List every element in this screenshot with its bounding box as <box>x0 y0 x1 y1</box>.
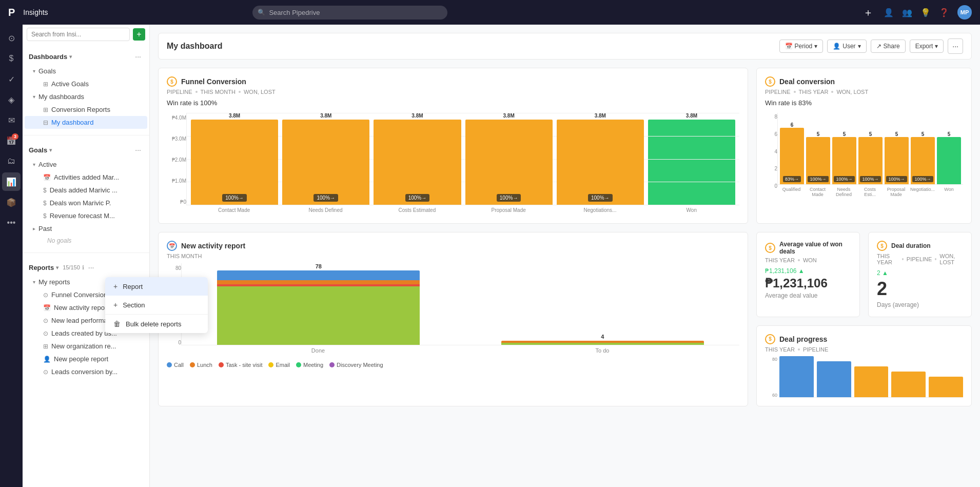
sidebar-conversion-reports[interactable]: ⊞ Conversion Reports <box>25 103 147 116</box>
info-icon[interactable]: ℹ <box>82 264 84 271</box>
sidebar-leads-conversion[interactable]: ⊙ Leads conversion by... <box>25 365 147 378</box>
rail-leads[interactable]: ◈ <box>2 90 21 109</box>
more-options-button[interactable]: ··· <box>948 38 963 54</box>
sidebar-activities-goal[interactable]: 📅 Activities added Mar... <box>25 171 147 184</box>
funnel-conversion-card: $ Funnel Conversion PIPELINE THIS MONTH … <box>158 68 748 224</box>
activity-legend: Call Lunch Task - site visit Email <box>167 362 739 368</box>
deal-conv-icon: $ <box>765 76 775 87</box>
sidebar-search-input[interactable] <box>27 28 130 41</box>
dollar2-icon: $ <box>43 200 47 207</box>
rail-activities[interactable]: ✓ <box>2 70 21 88</box>
lightbulb-icon[interactable]: 💡 <box>920 8 931 17</box>
my-dashboard-label: My dashboard <box>51 119 141 126</box>
duration-value: 2 <box>877 279 963 299</box>
dropdown-bulk-delete-item[interactable]: 🗑 Bulk delete reports <box>105 315 150 333</box>
deal-conv-bars-area: 6 83%→ 5 100%→ <box>777 113 963 199</box>
rail-deals[interactable]: $ <box>2 49 21 68</box>
dashboard-icon: ⊟ <box>43 119 48 126</box>
sidebar-revenue-goal[interactable]: $ Revenue forecast M... <box>25 209 147 222</box>
sidebar-goals-parent[interactable]: ▾ Goals <box>25 65 147 77</box>
funnel-chart-title: Funnel Conversion <box>181 77 246 86</box>
legend-lunch: Lunch <box>190 362 212 368</box>
legend-meeting: Meeting <box>296 362 323 368</box>
side-cards-row: $ Average value of won deals THIS YEAR W… <box>756 232 972 317</box>
user-button[interactable]: 👤 User ▾ <box>827 40 866 53</box>
dashboards-header[interactable]: Dashboards ▾ ··· <box>23 48 149 65</box>
global-search[interactable]: 🔍 <box>252 6 458 20</box>
funnel-title-row: $ Funnel Conversion <box>167 76 739 87</box>
rail-mail[interactable]: ✉ <box>2 111 21 129</box>
reports-section-title[interactable]: Reports ▾ <box>29 264 58 271</box>
goals-section-header[interactable]: Goals ▾ ··· <box>23 142 149 158</box>
rail-home[interactable]: ⊙ <box>2 29 21 47</box>
share-button[interactable]: ↗ Share <box>871 40 906 53</box>
sidebar-deals-added-goal[interactable]: $ Deals added Marivic ... <box>25 184 147 197</box>
dc-bar-costs: 5 100%→ <box>858 113 883 184</box>
sidebar-new-people-report[interactable]: 👤 New people report <box>25 353 147 365</box>
search-input[interactable] <box>252 6 447 20</box>
funnel-meta: PIPELINE THIS MONTH WON, LOST <box>167 89 739 95</box>
bar-proposal-fill: 100%→ <box>465 120 553 205</box>
dashboards-more-button[interactable]: ··· <box>133 51 143 62</box>
dropdown-report-item[interactable]: + Report <box>105 277 150 296</box>
sidebar-active-goals[interactable]: ⊞ Active Goals <box>25 77 147 90</box>
funnel-bars-area: 3.8M 100%→ 3.8M 100%→ <box>186 113 739 215</box>
avg-deal-header-val: ₱1,231,106 ▲ <box>765 267 851 275</box>
lead-icon: ⊙ <box>43 317 48 324</box>
rail-calendar[interactable]: 📅 3 <box>2 131 21 150</box>
top-nav: P Insights 🔍 ＋ 👤 👥 💡 ❓ MP <box>0 0 980 25</box>
funnel-y-axis: ₱4.0M ₱3.0M ₱2.0M ₱1.0M ₱0 <box>167 113 186 215</box>
avg-deal-value-card: $ Average value of won deals THIS YEAR W… <box>756 232 860 317</box>
progress-title: Deal progress <box>779 335 827 343</box>
funnel-title-icon: $ <box>167 76 177 87</box>
sidebar-past-parent[interactable]: ▸ Past <box>25 222 147 235</box>
notifications-icon[interactable]: 👤 <box>884 8 894 17</box>
add-button[interactable]: ＋ <box>861 4 875 22</box>
active-label: Active <box>38 161 56 168</box>
trash-icon: 🗑 <box>113 320 121 328</box>
sidebar-new-org-report[interactable]: ⊞ New organization re... <box>25 340 147 353</box>
rail-insights[interactable]: 📊 <box>2 172 21 191</box>
dashboard-header: My dashboard 📅 Period ▾ 👤 User ▾ ↗ Share <box>158 33 972 60</box>
done-call-segment <box>217 270 420 280</box>
period-button[interactable]: 📅 Period ▾ <box>779 40 824 53</box>
goals-label: Goals <box>38 67 56 75</box>
sidebar-add-button[interactable]: + <box>133 28 145 41</box>
sidebar-deals-won-goal[interactable]: $ Deals won Marivic P. <box>25 197 147 209</box>
top-nav-actions: ＋ 👤 👥 💡 ❓ MP <box>861 4 972 22</box>
icon-rail: ⊙ $ ✓ ◈ ✉ 📅 3 🗂 📊 📦 ••• <box>0 25 23 487</box>
dropdown-section-item[interactable]: + Section <box>105 296 150 314</box>
header-btn-group: 📅 Period ▾ 👤 User ▾ ↗ Share Export ▾ <box>779 38 963 54</box>
export-button[interactable]: Export ▾ <box>910 40 944 53</box>
reports-more-button[interactable]: ··· <box>86 262 96 272</box>
avatar[interactable]: MP <box>957 5 972 20</box>
legend-email: Email <box>268 362 290 368</box>
sidebar-my-dashboard[interactable]: ⊟ My dashboard <box>25 116 147 129</box>
funnel-win-rate: Win rate is 100% <box>167 99 739 107</box>
deal-conv-y-axis: 8 6 4 2 0 <box>765 113 777 199</box>
help-icon[interactable]: ❓ <box>939 8 949 17</box>
done-email-segment <box>217 286 420 345</box>
deal-conv-title: Deal conversion <box>779 77 835 86</box>
goals-more-button[interactable]: ··· <box>133 145 143 155</box>
progress-bar-2 <box>817 361 851 397</box>
bar-costs-estimated: 3.8M 100%→ <box>374 113 461 205</box>
sidebar-active-parent[interactable]: ▾ Active <box>25 158 147 171</box>
dot8 <box>798 348 800 350</box>
rail-more[interactable]: ••• <box>2 213 21 232</box>
dot2 <box>239 91 241 93</box>
deal-conv-chart-body: 8 6 4 2 0 6 83%→ <box>765 113 963 199</box>
deal-conv-title-row: $ Deal conversion <box>765 76 963 87</box>
rail-contacts[interactable]: 🗂 <box>2 152 21 170</box>
deal-duration-card: $ Deal duration THIS YEAR PIPELINE WON, … <box>868 232 972 317</box>
dot7 <box>935 258 936 260</box>
progress-bar-5 <box>929 377 963 397</box>
contacts-icon[interactable]: 👥 <box>902 8 912 17</box>
rail-products[interactable]: 📦 <box>2 193 21 211</box>
sidebar-my-dashboards-parent[interactable]: ▾ My dashboards <box>25 90 147 103</box>
todo-label: To do <box>476 347 729 354</box>
activity-bars-area: 78 4 <box>181 263 739 356</box>
bar-costs-est-fill: 100%→ <box>374 120 461 205</box>
table-icon: ⊞ <box>43 106 48 113</box>
done-lunch-segment <box>217 280 420 284</box>
